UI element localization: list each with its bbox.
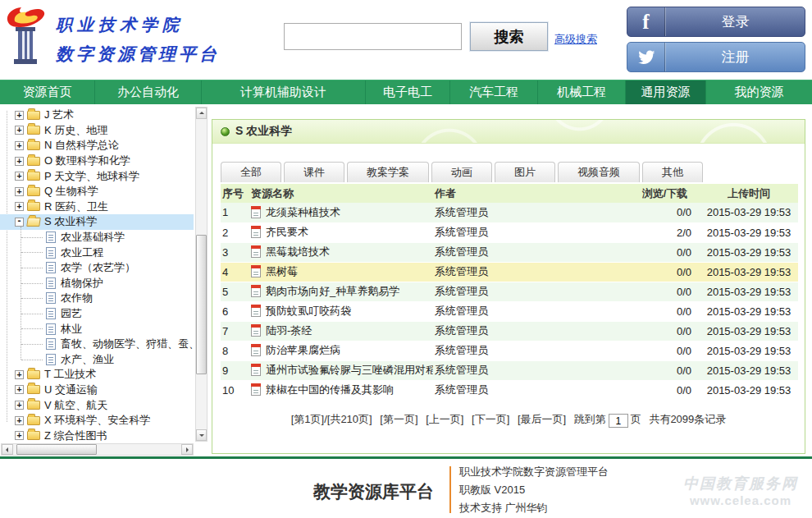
- row-views: 0/0: [630, 360, 700, 380]
- tab-av[interactable]: 视频音频: [558, 162, 640, 182]
- expand-plus-icon[interactable]: [15, 172, 24, 181]
- row-time: 2015-03-29 19:53: [700, 301, 798, 321]
- table-row[interactable]: 1 龙须菜种植技术 系统管理员 0/0 2015-03-29 19:53: [221, 203, 798, 222]
- row-index: 7: [221, 321, 249, 341]
- tab-lesson-plans[interactable]: 教案学案: [347, 162, 429, 182]
- scroll-right-arrow-icon[interactable]: [181, 444, 193, 455]
- table-row[interactable]: 9 通州市试验氟铃脲与三唑磷混用对稻 系统管理员 0/0 2015-03-29 …: [221, 360, 798, 380]
- expand-plus-icon[interactable]: [15, 416, 24, 425]
- expand-plus-icon[interactable]: [15, 111, 24, 120]
- resource-link[interactable]: 黑树莓: [266, 265, 298, 277]
- tab-other[interactable]: 其他: [642, 162, 703, 182]
- expand-plus-icon[interactable]: [15, 157, 24, 166]
- tree-subitem[interactable]: 农学（农艺学）: [0, 260, 194, 276]
- table-row-highlighted[interactable]: 4 黑树莓 系统管理员 0/0 2015-03-29 19:53: [221, 262, 798, 282]
- nav-item-cad[interactable]: 计算机辅助设计: [202, 80, 366, 104]
- collapse-minus-icon[interactable]: [15, 218, 24, 227]
- table-row[interactable]: 5 鹅肉市场向好_种草养鹅易学 系统管理员 0/0 2015-03-29 19:…: [221, 282, 798, 301]
- panel-titlebar: S 农业科学: [212, 120, 805, 144]
- search-input[interactable]: [284, 23, 462, 50]
- tree-item-O[interactable]: O 数理科学和化学: [0, 154, 194, 169]
- resource-link[interactable]: 辣椒在中国的传播及其影响: [266, 383, 394, 396]
- last-page-link[interactable]: [最后一页]: [518, 413, 566, 425]
- tree-item-K[interactable]: K 历史、地理: [0, 123, 194, 139]
- pdf-file-icon: [251, 245, 261, 258]
- tree-item-S-selected[interactable]: S 农业科学: [0, 214, 194, 230]
- resource-link[interactable]: 龙须菜种植技术: [266, 206, 340, 218]
- table-row[interactable]: 7 陆羽-茶经 系统管理员 0/0 2015-03-29 19:53: [221, 321, 798, 341]
- green-bullet-icon: [221, 127, 230, 136]
- row-author: 系统管理员: [433, 321, 630, 341]
- resource-link[interactable]: 黑莓栽培技术: [266, 245, 330, 258]
- expand-plus-icon[interactable]: [15, 187, 24, 196]
- tree-item-N[interactable]: N 自然科学总论: [0, 138, 194, 154]
- prev-page-link[interactable]: [上一页]: [426, 413, 463, 425]
- tree-item-Z[interactable]: Z 综合性图书: [0, 428, 194, 442]
- document-list-icon: [46, 354, 56, 365]
- register-button[interactable]: 注册: [627, 42, 805, 72]
- expand-plus-icon[interactable]: [15, 370, 24, 379]
- expand-plus-icon[interactable]: [15, 431, 24, 440]
- nav-item-home[interactable]: 资源首页: [0, 80, 95, 104]
- tree-item-J[interactable]: J 艺术: [0, 108, 194, 123]
- advanced-search-link[interactable]: 高级搜索: [554, 32, 597, 47]
- tab-courseware[interactable]: 课件: [284, 162, 344, 182]
- expand-plus-icon[interactable]: [15, 202, 24, 211]
- tree-item-V[interactable]: V 航空、航天: [0, 397, 194, 413]
- table-row[interactable]: 3 黑莓栽培技术 系统管理员 0/0 2015-03-29 19:53: [221, 242, 798, 262]
- next-page-link[interactable]: [下一页]: [472, 413, 509, 425]
- nav-item-electronics[interactable]: 电子电工: [366, 80, 450, 104]
- resource-link[interactable]: 齐民要术: [266, 226, 308, 238]
- resource-link[interactable]: 通州市试验氟铃脲与三唑磷混用对稻: [266, 364, 433, 376]
- tree-item-U[interactable]: U 交通运输: [0, 383, 194, 398]
- tree-item-X[interactable]: X 环境科学、安全科学: [0, 413, 194, 429]
- tree-subitem[interactable]: 畜牧、动物医学、狩猎、蚕、蜂: [0, 337, 194, 352]
- expand-plus-icon[interactable]: [15, 401, 24, 410]
- nav-item-mechanical[interactable]: 机械工程: [538, 80, 626, 104]
- scroll-up-arrow-icon[interactable]: [196, 108, 207, 119]
- expand-plus-icon[interactable]: [15, 385, 24, 394]
- tree-subitem[interactable]: 植物保护: [0, 276, 194, 291]
- nav-item-automotive[interactable]: 汽车工程: [450, 80, 538, 104]
- tree-item-T[interactable]: T 工业技术: [0, 367, 194, 383]
- horizontal-scrollbar[interactable]: [1, 443, 194, 456]
- scroll-left-arrow-icon[interactable]: [2, 444, 13, 455]
- row-index: 3: [221, 242, 249, 262]
- tree-subitem[interactable]: 水产、渔业: [0, 352, 194, 368]
- row-views: 0/0: [630, 321, 700, 341]
- scroll-down-arrow-icon[interactable]: [196, 429, 207, 441]
- search-button[interactable]: 搜索: [470, 22, 548, 51]
- resource-link[interactable]: 预防蚊虱叮咬药袋: [266, 305, 351, 317]
- expand-plus-icon[interactable]: [15, 141, 24, 150]
- row-index: 5: [221, 282, 249, 301]
- resource-link[interactable]: 陆羽-茶经: [266, 324, 312, 337]
- login-button[interactable]: f 登录: [627, 7, 805, 37]
- first-page-link[interactable]: [第一页]: [380, 413, 417, 425]
- resource-link[interactable]: 防治苹果腐烂病: [266, 344, 340, 356]
- tab-all[interactable]: 全部: [221, 162, 281, 182]
- tree-item-R[interactable]: R 医药、卫生: [0, 199, 194, 215]
- nav-item-my-resources[interactable]: 我的资源: [706, 80, 812, 104]
- vertical-scrollbar[interactable]: [195, 107, 208, 442]
- horizontal-scrollbar-thumb[interactable]: [16, 444, 97, 455]
- tab-animation[interactable]: 动画: [431, 162, 492, 182]
- expand-plus-icon[interactable]: [15, 126, 24, 135]
- vertical-scrollbar-thumb[interactable]: [196, 235, 207, 374]
- tree-subitem[interactable]: 园艺: [0, 306, 194, 322]
- tree-subitem[interactable]: 农业工程: [0, 245, 194, 260]
- table-row[interactable]: 10 辣椒在中国的传播及其影响 系统管理员 0/0 2015-03-29 19:…: [221, 380, 798, 400]
- tree-subitem[interactable]: 林业: [0, 321, 194, 337]
- tree-item-Q[interactable]: Q 生物科学: [0, 184, 194, 199]
- resource-link[interactable]: 鹅肉市场向好_种草养鹅易学: [266, 285, 399, 297]
- nav-item-office[interactable]: 办公自动化: [95, 80, 202, 104]
- tree-item-P[interactable]: P 天文学、地球科学: [0, 168, 194, 184]
- nav-item-general[interactable]: 通用资源: [626, 80, 706, 104]
- total-records: 共有2099条记录: [649, 413, 726, 425]
- table-row[interactable]: 6 预防蚊虱叮咬药袋 系统管理员 0/0 2015-03-29 19:53: [221, 301, 798, 321]
- tree-subitem[interactable]: 农作物: [0, 291, 194, 306]
- table-row[interactable]: 8 防治苹果腐烂病 系统管理员 0/0 2015-03-29 19:53: [221, 341, 798, 360]
- tab-images[interactable]: 图片: [495, 162, 555, 182]
- tree-subitem[interactable]: 农业基础科学: [0, 230, 194, 245]
- jump-page-input[interactable]: [609, 414, 628, 428]
- table-row[interactable]: 2 齐民要术 系统管理员 2/0 2015-03-29 19:53: [221, 222, 798, 242]
